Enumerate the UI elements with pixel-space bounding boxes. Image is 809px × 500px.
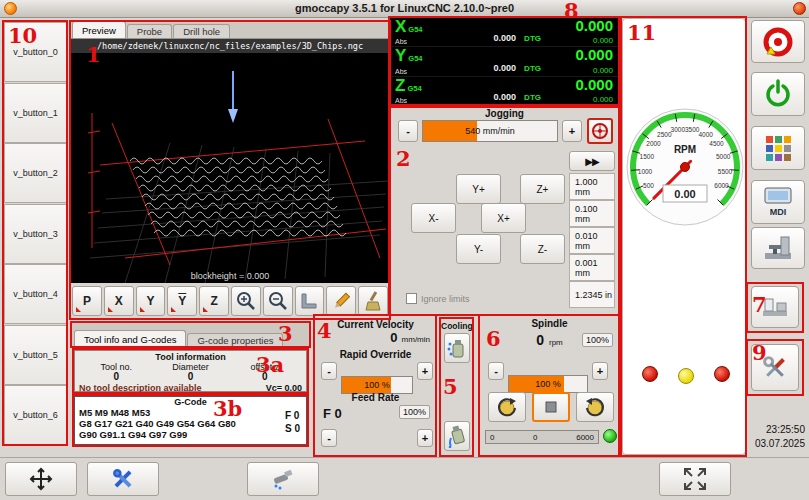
blue-tools-icon — [110, 466, 136, 492]
spindle-panel: Spindle 0 rpm 100% - 100 % + 0 0 6000 — [479, 315, 620, 456]
cooling-panel: Cooling — [440, 318, 473, 456]
tool-description: No tool description available — [79, 383, 202, 393]
dro-z-letter: Z — [395, 76, 405, 95]
spindle-title: Spindle — [480, 318, 619, 329]
touch-off-button[interactable] — [87, 462, 159, 496]
jog-fast-button[interactable]: ▶▶ — [569, 151, 615, 171]
jogging-title: Jogging — [390, 108, 619, 119]
spindle-minus-button[interactable]: - — [488, 362, 504, 380]
spindle-override-value: 100 % — [509, 376, 587, 392]
spindle-cw-button[interactable] — [576, 392, 614, 422]
checkbox-icon[interactable] — [406, 293, 417, 304]
tool-no-value: 0 — [79, 372, 153, 382]
increment-0010[interactable]: 0.010 mm — [569, 227, 615, 254]
increment-0010-label: 0.010 mm — [575, 231, 614, 251]
tool-panel-tabbar: Tool info and G-codes G-code properties — [72, 322, 310, 348]
rapid-plus-button[interactable]: + — [417, 362, 433, 380]
increment-inch-label: 1.2345 in — [575, 290, 612, 300]
view-y-button[interactable]: Y — [136, 286, 166, 316]
rapid-minus-button[interactable]: - — [321, 362, 337, 380]
ignore-limits-checkbox[interactable]: Ignore limits — [406, 293, 470, 304]
increment-0100[interactable]: 0.100 mm — [569, 200, 615, 227]
zoom-in-icon — [235, 290, 257, 312]
flood-button[interactable] — [444, 421, 470, 451]
v-button-4-label: v_button_4 — [13, 289, 58, 299]
jog-speed-minus-button[interactable]: - — [398, 120, 418, 142]
v-button-6[interactable]: v_button_6 — [4, 385, 67, 445]
jog-z-minus-button[interactable]: Z- — [520, 234, 565, 264]
view-x-button[interactable]: X — [104, 286, 134, 316]
v-button-1-label: v_button_1 — [13, 108, 58, 118]
preview-3d-view[interactable]: blockheight = 0.000 — [70, 53, 390, 283]
dro-z-dtg-label: DTG — [524, 93, 541, 102]
dro-panel[interactable]: XG54 Abs 0.000 DTG 0.000 0.000 YG54 Abs … — [390, 18, 618, 105]
tab-probe[interactable]: Probe — [127, 24, 172, 38]
increment-0001[interactable]: 0.001 mm — [569, 254, 615, 281]
tool-button[interactable] — [247, 462, 319, 496]
gcode-line-1: M5 M9 M48 M53 — [79, 407, 302, 418]
feed-rate-title: Feed Rate — [315, 392, 436, 403]
spindle-plus-button[interactable]: + — [592, 362, 608, 380]
tab-tool-info[interactable]: Tool info and G-codes — [74, 330, 186, 347]
clear-plot-button[interactable] — [358, 286, 388, 316]
jog-z-plus-button[interactable]: Z+ — [520, 174, 565, 204]
title-bar[interactable]: gmoccapy 3.5.1 for LinuxCNC 2.10.0~pre0 — [0, 0, 809, 18]
zoom-in-button[interactable] — [231, 286, 261, 316]
tab-gcode-properties[interactable]: G-code properties — [187, 333, 283, 347]
jog-y-minus-button[interactable]: Y- — [456, 234, 501, 264]
tab-drill-hole[interactable]: Drill hole — [173, 24, 230, 38]
v-button-3[interactable]: v_button_3 — [4, 204, 67, 264]
spindle-stop-button[interactable] — [532, 392, 570, 422]
fullscreen-button[interactable] — [659, 462, 731, 496]
tool-touchoff-button[interactable] — [295, 286, 325, 316]
tab-probe-label: Probe — [137, 26, 162, 37]
dro-row-x[interactable]: XG54 Abs 0.000 DTG 0.000 0.000 — [390, 18, 618, 46]
tab-preview[interactable]: Preview — [72, 21, 126, 38]
jog-x-minus-button[interactable]: X- — [411, 203, 456, 233]
jog-speed-plus-button[interactable]: + — [562, 120, 582, 142]
v-button-5[interactable]: v_button_5 — [4, 325, 67, 385]
close-icon[interactable] — [793, 2, 806, 15]
view-p-button[interactable]: P — [72, 286, 102, 316]
v-button-1[interactable]: v_button_1 — [4, 83, 67, 143]
tool-machine-icon — [761, 295, 789, 319]
mdi-button[interactable]: MDI — [751, 180, 805, 224]
rapid-override-title: Rapid Override — [315, 349, 436, 360]
estop-button[interactable] — [751, 20, 805, 63]
zoom-out-button[interactable] — [263, 286, 293, 316]
spindle-ccw-button[interactable] — [488, 392, 526, 422]
current-velocity-unit: mm/min — [402, 335, 430, 344]
dro-row-z[interactable]: ZG54 Abs 0.000 DTG 0.000 0.000 — [390, 77, 618, 105]
settings-tools-button[interactable] — [751, 344, 799, 391]
view-z-button[interactable]: Z — [199, 286, 229, 316]
edit-gcode-button[interactable] — [326, 286, 356, 316]
jog-speed-slider[interactable]: 540 mm/min — [422, 120, 558, 142]
jog-wheel-button[interactable] — [587, 118, 613, 144]
v-button-4[interactable]: v_button_4 — [4, 264, 67, 324]
mdi-monitor-icon — [763, 187, 793, 207]
feed-minus-label: - — [327, 432, 331, 444]
dro-row-y[interactable]: YG54 Abs 0.000 DTG 0.000 0.000 — [390, 47, 618, 75]
view-y2-button[interactable]: Y — [167, 286, 197, 316]
spindle-override-bar[interactable]: 100 % — [508, 375, 588, 393]
v-button-2[interactable]: v_button_2 — [4, 143, 67, 203]
mist-button[interactable] — [444, 333, 470, 363]
increment-0001-label: 0.001 mm — [575, 258, 614, 278]
jog-x-plus-button[interactable]: X+ — [481, 203, 526, 233]
dro-x-system: G54 — [408, 25, 422, 34]
feed-minus-button[interactable]: - — [321, 429, 337, 447]
ref-axes-button[interactable] — [5, 462, 77, 496]
jog-y-plus-button[interactable]: Y+ — [456, 174, 501, 204]
tool-page-button[interactable] — [751, 286, 799, 328]
machine-on-button[interactable] — [751, 72, 805, 116]
v-button-0[interactable]: v_button_0 — [4, 22, 67, 82]
settings-page-button[interactable] — [751, 126, 805, 170]
increment-inch[interactable]: 1.2345 in — [569, 281, 615, 308]
v-button-6-label: v_button_6 — [13, 410, 58, 420]
feed-plus-button[interactable]: + — [417, 429, 433, 447]
machine-page-button[interactable] — [751, 227, 805, 269]
clock-date: 03.07.2025 — [733, 437, 805, 451]
rpm-gauge: 500 1000 1500 2000 2500 3000 3500 4000 4… — [623, 105, 747, 229]
square-tool-icon — [298, 290, 320, 312]
increment-1000[interactable]: 1.000 mm — [569, 173, 615, 200]
